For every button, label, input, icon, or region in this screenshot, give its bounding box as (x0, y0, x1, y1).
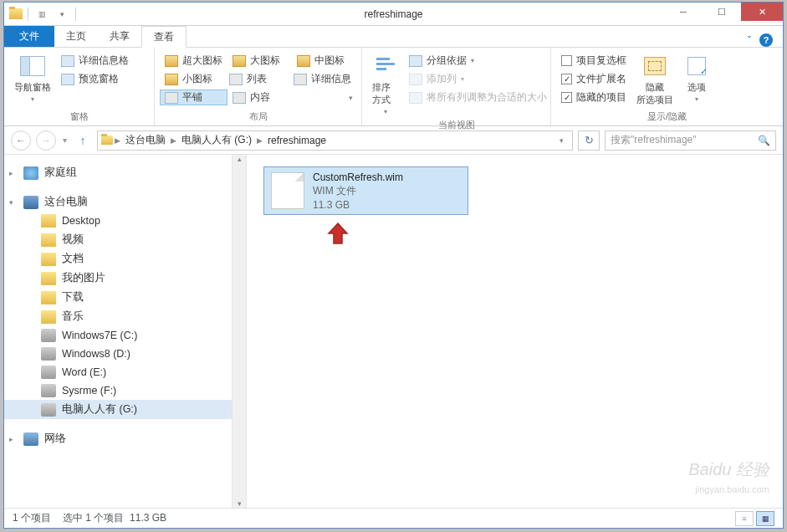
nav-tree[interactable]: ▸家庭组 ▾这台电脑 Desktop 视频 文档 我的图片 下载 音乐 Wind… (4, 155, 247, 508)
nav-pane-button[interactable]: 导航窗格 ▾ (9, 51, 56, 109)
layout-details[interactable]: 详细信息 (289, 71, 356, 87)
tree-item[interactable]: Windows8 (D:) (4, 345, 246, 363)
tree-homegroup[interactable]: ▸家庭组 (4, 163, 246, 182)
details-pane-button[interactable]: 详细信息格 (56, 53, 134, 69)
collapse-ribbon-icon[interactable]: ˇ (748, 34, 751, 47)
layout-list[interactable]: 列表 (224, 71, 289, 87)
tree-item[interactable]: 文档 (4, 249, 246, 269)
qat-dropdown[interactable]: ▾ (54, 6, 70, 23)
status-item-count: 1 个项目 (13, 511, 51, 525)
status-bar: 1 个项目 选中 1 个项目 11.3 GB ≡ ▦ (4, 508, 783, 528)
minimize-button[interactable]: ─ (664, 3, 703, 21)
chk-item-checkboxes[interactable]: 项目复选框 (556, 53, 631, 69)
up-button[interactable]: ↑ (74, 131, 92, 150)
add-columns-button: 添加列 ▾ (404, 71, 552, 87)
file-icon (271, 172, 304, 209)
chk-file-ext[interactable]: ✓文件扩展名 (556, 71, 631, 87)
tab-home[interactable]: 主页 (54, 25, 98, 47)
layout-small[interactable]: 小图标 (160, 71, 224, 87)
layout-content[interactable]: 内容 (227, 90, 295, 105)
autosize-columns-button: 将所有列调整为合适的大小 (404, 90, 552, 105)
close-button[interactable]: ✕ (741, 3, 783, 21)
tree-scrollbar[interactable] (232, 155, 246, 508)
preview-pane-button[interactable]: 预览窗格 (56, 71, 134, 87)
titlebar: ▥ ▾ refreshimage ─ ☐ ✕ (4, 3, 783, 26)
ribbon-tabs: 文件 主页 共享 查看 ˇ ? (4, 26, 783, 48)
chk-hidden-items[interactable]: ✓隐藏的项目 (556, 90, 631, 105)
tab-file[interactable]: 文件 (4, 25, 54, 47)
tree-item[interactable]: 下载 (4, 288, 246, 307)
tree-item[interactable]: Desktop (4, 212, 246, 230)
layout-tiles[interactable]: 平铺 (160, 90, 227, 105)
layout-medium[interactable]: 中图标 (292, 53, 356, 69)
crumb-drive[interactable]: 电脑人人有 (G:) (178, 133, 255, 147)
layout-large[interactable]: 大图标 (227, 53, 292, 69)
navbar: ← → ▾ ↑ ▶ 这台电脑 ▶ 电脑人人有 (G:) ▶ refreshima… (4, 126, 783, 155)
file-type: WIM 文件 (313, 184, 403, 198)
tree-item[interactable]: 视频 (4, 230, 246, 249)
forward-button[interactable]: → (36, 130, 56, 151)
content-area[interactable]: CustomRefresh.wim WIM 文件 11.3 GB Baidu 经… (247, 155, 783, 508)
app-icon (9, 8, 23, 19)
group-label-panes: 窗格 (9, 109, 149, 125)
address-bar[interactable]: ▶ 这台电脑 ▶ 电脑人人有 (G:) ▶ refreshimage ▾ (97, 130, 573, 151)
crumb-this-pc[interactable]: 这台电脑 (122, 133, 169, 147)
ribbon: 导航窗格 ▾ 详细信息格 预览窗格 窗格 超大图标 大图标 中图标 (4, 48, 783, 126)
tab-share[interactable]: 共享 (98, 25, 141, 47)
tree-network[interactable]: ▸网络 (4, 429, 246, 448)
tree-item[interactable]: Windows7E (C:) (4, 326, 246, 345)
group-by-button[interactable]: 分组依据 ▾ (404, 53, 552, 69)
watermark: Baidu 经验 (688, 458, 769, 481)
sort-by-button[interactable]: 排序方式 ▾ (367, 51, 404, 117)
tree-item[interactable]: Sysrme (F:) (4, 381, 246, 400)
explorer-window: ▥ ▾ refreshimage ─ ☐ ✕ 文件 主页 共享 查看 ˇ ? 导… (3, 2, 784, 529)
history-dropdown[interactable]: ▾ (61, 136, 69, 145)
search-placeholder: 搜索"refreshimage" (611, 133, 697, 147)
address-dropdown[interactable]: ▾ (554, 136, 569, 145)
group-label-showhide: 显示/隐藏 (556, 109, 778, 125)
options-button[interactable]: 选项 ▾ (678, 51, 715, 109)
view-tiles-toggle[interactable]: ▦ (756, 511, 774, 526)
watermark-sub: jingyan.baidu.com (695, 484, 769, 494)
tree-item-current-drive[interactable]: 电脑人人有 (G:) (4, 400, 246, 419)
annotation-arrow-icon (325, 222, 350, 247)
crumb-folder[interactable]: refreshimage (264, 135, 330, 146)
tab-view[interactable]: 查看 (141, 26, 187, 48)
tree-this-pc[interactable]: ▾这台电脑 (4, 192, 246, 212)
layout-extra-large[interactable]: 超大图标 (160, 53, 227, 69)
file-item[interactable]: CustomRefresh.wim WIM 文件 11.3 GB (263, 166, 468, 215)
back-button[interactable]: ← (11, 130, 31, 151)
qat-properties[interactable]: ▥ (33, 6, 50, 23)
search-input[interactable]: 搜索"refreshimage" 🔍 (605, 130, 776, 151)
file-name: CustomRefresh.wim (313, 171, 403, 183)
maximize-button[interactable]: ☐ (703, 3, 741, 21)
search-icon: 🔍 (758, 135, 770, 146)
status-selected: 选中 1 个项目 11.3 GB (63, 511, 166, 525)
refresh-button[interactable]: ↻ (578, 130, 600, 151)
help-icon[interactable]: ? (759, 33, 773, 47)
file-size: 11.3 GB (313, 199, 403, 211)
group-label-layout: 布局 (160, 109, 356, 125)
tree-item[interactable]: 音乐 (4, 307, 246, 326)
view-details-toggle[interactable]: ≡ (735, 511, 754, 526)
tree-item[interactable]: Word (E:) (4, 363, 246, 381)
tree-item[interactable]: 我的图片 (4, 269, 246, 288)
hide-selected-button[interactable]: 隐藏 所选项目 (631, 51, 678, 109)
